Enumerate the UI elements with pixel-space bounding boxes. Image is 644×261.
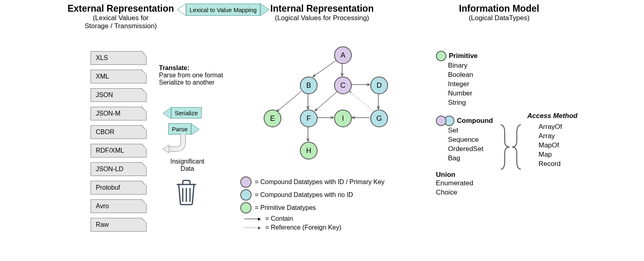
access-item: Map (539, 150, 578, 160)
primitive-section: Primitive Binary Boolean Integer Number … (436, 51, 493, 108)
translate-line2: Serialize to another (159, 79, 215, 86)
svg-marker-1 (260, 4, 269, 16)
legend-dot-purple (240, 176, 252, 188)
bidirectional-arrow: Lexical to Value Mapping (177, 4, 269, 16)
trash-icon (174, 177, 199, 208)
infomodel-header: Information Model (Logical DataTypes) (435, 3, 564, 22)
format-box: JSON (91, 88, 147, 102)
legend-line-solid (244, 219, 260, 219)
format-box: Protobuf (91, 181, 147, 195)
graph-legend: = Compound Datatypes with ID / Primary K… (240, 176, 384, 233)
legend-row: = Compound Datatypes with no ID (240, 189, 384, 201)
node-a: A (334, 46, 352, 64)
format-box: RDF/XML (91, 144, 147, 157)
insignificant-label: Insignificant Data (166, 158, 208, 172)
format-box: XML (91, 70, 147, 83)
compound-item: OrderedSet (448, 145, 493, 154)
compound-dot-icon (436, 116, 454, 126)
format-box: XLS (91, 51, 147, 65)
legend-dot-green (240, 202, 252, 213)
union-item: Enumerated (436, 179, 493, 188)
node-d: D (370, 77, 388, 94)
primitive-dot-icon (436, 51, 446, 61)
legend-row: = Compound Datatypes with ID / Primary K… (240, 176, 384, 188)
node-b: B (300, 77, 318, 94)
serialize-label: Serialize (171, 107, 202, 118)
insig-l2: Data (181, 165, 194, 172)
graph-nodes: A B C D E F I G H (250, 44, 411, 165)
legend-line-dashed (244, 228, 260, 228)
access-item: Record (539, 160, 578, 169)
access-item: Array (539, 132, 578, 141)
format-box: JSON-LD (91, 162, 147, 176)
translate-head: Translate: (159, 64, 190, 71)
compound-item: Bag (448, 154, 493, 163)
union-head: Union (436, 171, 455, 179)
external-sub2: Storage / Transmission) (64, 22, 177, 30)
insig-l1: Insignificant (170, 158, 204, 165)
bidir-label: Lexical to Value Mapping (186, 4, 260, 16)
legend-row: = Primitive Datatypes (240, 202, 384, 213)
format-box: CBOR (91, 125, 147, 139)
discard-arrow-icon (161, 133, 189, 161)
access-item: MapOf (539, 141, 578, 150)
node-g: G (370, 110, 388, 127)
compound-head: Compound (457, 117, 493, 125)
node-h: H (300, 142, 318, 160)
primitive-head: Primitive (449, 52, 478, 60)
legend-text: = Contain (265, 215, 293, 222)
compound-section: Compound Set Sequence OrderedSet Bag (436, 116, 493, 163)
external-sub1: (Lexical Values for (64, 14, 177, 22)
access-item: ArrayOf (539, 122, 578, 132)
external-header: External Representation (Lexical Values … (64, 3, 177, 30)
brace-icon (493, 123, 529, 173)
primitive-item: Binary (448, 61, 493, 70)
format-box: Raw (91, 218, 147, 232)
compound-item: Set (448, 126, 493, 135)
external-title: External Representation (64, 3, 177, 14)
node-f: F (300, 110, 318, 127)
arrow-right-icon (260, 4, 269, 16)
node-e: E (264, 110, 281, 127)
legend-dot-cyan (240, 189, 252, 201)
translate-line1: Parse from one format (159, 72, 223, 79)
format-box: Avro (91, 199, 147, 213)
svg-marker-2 (163, 108, 171, 119)
legend-text: = Reference (Foreign Key) (265, 224, 341, 231)
arrow-left-icon (177, 4, 186, 16)
union-item: Choice (436, 188, 493, 197)
serialize-arrow: Serialize (163, 107, 202, 119)
format-list: XLS XML JSON JSON-M CBOR RDF/XML JSON-LD… (91, 51, 147, 236)
access-head: Access Method (527, 112, 578, 120)
format-box: JSON-M (91, 107, 147, 120)
svg-marker-0 (177, 4, 186, 16)
infomodel-title: Information Model (435, 3, 564, 14)
access-method: Access Method ArrayOf Array MapOf Map Re… (527, 112, 578, 169)
compound-item: Sequence (448, 135, 493, 145)
primitive-item: Boolean (448, 70, 493, 80)
primitive-item: Number (448, 89, 493, 98)
info-model: Primitive Binary Boolean Integer Number … (436, 51, 493, 205)
legend-text: = Primitive Datatypes (255, 204, 316, 211)
legend-text: = Compound Datatypes with no ID (255, 191, 353, 199)
legend-text: = Compound Datatypes with ID / Primary K… (255, 178, 384, 186)
legend-row: = Reference (Foreign Key) (240, 224, 384, 231)
node-c: C (334, 77, 352, 94)
union-section: Union Enumerated Choice (436, 171, 493, 197)
primitive-item: Integer (448, 80, 493, 89)
infomodel-sub: (Logical DataTypes) (435, 14, 564, 22)
node-i: I (334, 110, 352, 127)
legend-row: = Contain (240, 215, 384, 222)
diagram-root: External Representation (Lexical Values … (0, 0, 644, 261)
svg-marker-4 (163, 145, 169, 153)
svg-marker-3 (191, 124, 199, 135)
translate-text: Translate: Parse from one format Seriali… (159, 64, 223, 86)
primitive-item: String (448, 98, 493, 108)
